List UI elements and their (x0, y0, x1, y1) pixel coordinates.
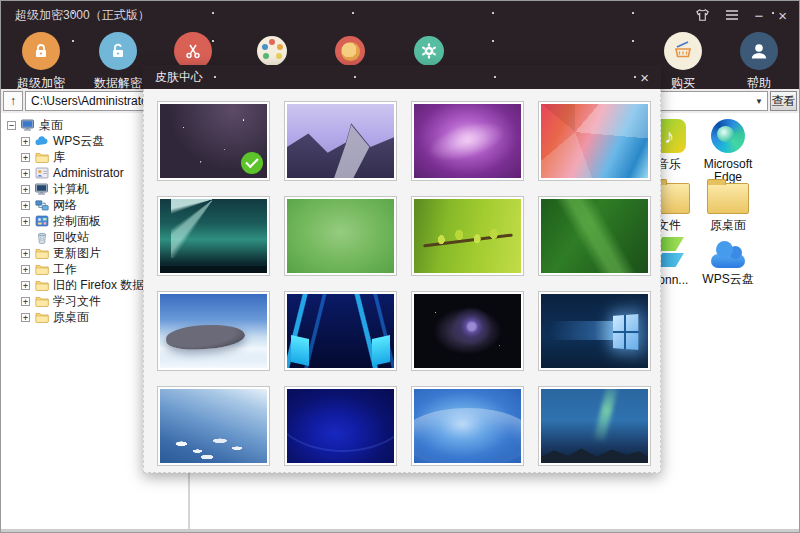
skin-thumbnail-floating-rock[interactable] (157, 291, 270, 371)
theme-blob-icon (335, 36, 365, 66)
title-bar: 超级加密3000（正式版） − × (1, 1, 799, 29)
skin-center-dialog: 皮肤中心 × (143, 65, 661, 473)
toolbar-help[interactable]: 帮助 (721, 32, 797, 92)
skin-thumbnail-teal-aurora[interactable] (157, 196, 270, 276)
address-path: C:\Users\Administrator\ (31, 94, 155, 108)
skin-thumbnail-blue-swirl[interactable] (411, 386, 524, 466)
dialog-title: 皮肤中心 (155, 69, 203, 86)
minimize-button[interactable]: − (754, 8, 763, 23)
desktop-icon-wps-cloud[interactable]: WPS云盘 (695, 235, 761, 286)
skin-preview (541, 389, 648, 463)
settings-gear-icon (414, 36, 444, 66)
skin-thumbnail-green-branch[interactable] (411, 196, 524, 276)
menu-icon[interactable] (725, 9, 739, 21)
wps-cloud-icon (707, 241, 749, 268)
desktop-icon-old-desktop[interactable]: 原桌面 (695, 177, 761, 232)
skin-preview (541, 294, 648, 368)
icon-label: WPS云盘 (702, 273, 753, 286)
selected-check-icon (241, 152, 263, 174)
skin-grid (143, 89, 661, 473)
dialog-header: 皮肤中心 × (143, 65, 661, 89)
edge-browser-icon (711, 119, 745, 153)
skin-preview (287, 104, 394, 178)
skin-preview (414, 294, 521, 368)
skin-preview (287, 199, 394, 273)
palette-icon (257, 36, 287, 66)
skin-thumbnail-galaxy-planet[interactable] (411, 291, 524, 371)
skin-preview (160, 389, 267, 463)
skin-thumbnail-cyber-tunnel[interactable] (284, 291, 397, 371)
folder-icon (707, 183, 749, 214)
skin-thumbnail-deep-blue[interactable] (284, 386, 397, 466)
skin-thumbnail-grass-dew[interactable] (538, 196, 651, 276)
close-button[interactable]: × (778, 8, 787, 23)
skin-preview (414, 199, 521, 273)
lock-icon (22, 32, 60, 70)
skin-thumbnail-aerial-mountains[interactable] (157, 386, 270, 466)
skin-preview (287, 294, 394, 368)
skin-preview (414, 104, 521, 178)
window-controls: − × (695, 1, 787, 29)
toolbar-settings[interactable] (391, 32, 467, 66)
dropdown-arrow-icon[interactable]: ▼ (755, 97, 763, 106)
desktop-icon-edge[interactable]: Microsoft Edge (695, 119, 761, 184)
toolbar-theme[interactable] (312, 32, 388, 66)
shopping-basket-icon (664, 32, 702, 70)
toolbar-palette[interactable] (234, 32, 310, 66)
skin-preview (541, 199, 648, 273)
dialog-close-button[interactable]: × (640, 70, 649, 85)
skin-thumbnail-purple-nebula[interactable] (411, 101, 524, 181)
toolbar-super-encrypt[interactable]: 超级加密 (3, 32, 79, 92)
app-window: 超级加密3000（正式版） − × 超级加密 数据解密 (0, 0, 800, 533)
icon-label: 原桌面 (710, 219, 746, 232)
view-button[interactable]: 查看 (770, 91, 797, 111)
up-button[interactable]: ↑ (3, 91, 23, 111)
skin-preview (160, 199, 267, 273)
skin-thumbnail-windows-logo[interactable] (538, 291, 651, 371)
skin-thumbnail-starry-night[interactable] (157, 101, 270, 181)
window-title: 超级加密3000（正式版） (15, 7, 150, 24)
skin-thumbnail-aurora-mountain[interactable] (538, 386, 651, 466)
skin-preview (160, 294, 267, 368)
help-person-icon (740, 32, 778, 70)
skin-preview (541, 104, 648, 178)
skin-thumbnail-green-gradient[interactable] (284, 196, 397, 276)
skin-thumbnail-snow-mountain[interactable] (284, 101, 397, 181)
unlock-icon (99, 32, 137, 70)
skin-preview (414, 389, 521, 463)
skin-shirt-icon[interactable] (695, 8, 710, 23)
skin-preview (287, 389, 394, 463)
skin-thumbnail-color-polygons[interactable] (538, 101, 651, 181)
